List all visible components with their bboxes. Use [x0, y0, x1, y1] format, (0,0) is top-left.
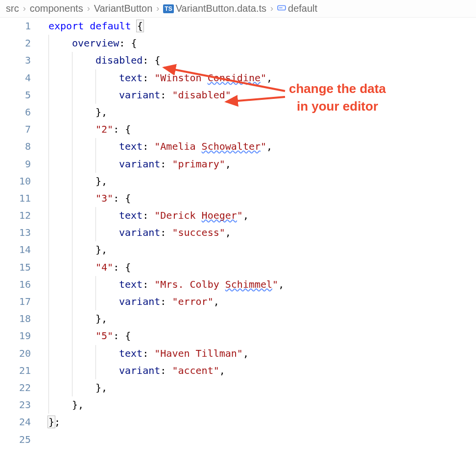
code-line[interactable]: }, — [42, 241, 476, 258]
code-token: Considine — [208, 72, 261, 84]
code-token: : { — [113, 261, 131, 273]
code-line[interactable]: }; — [42, 414, 476, 431]
indent-guide — [95, 156, 96, 173]
code-token: : { — [119, 37, 137, 49]
code-token: }, — [95, 106, 107, 118]
code-token: " — [237, 209, 243, 221]
code-token: : — [143, 209, 154, 221]
indent-guide — [48, 362, 49, 379]
code-editor[interactable]: 1234567891011121314151617181920212223242… — [0, 18, 476, 448]
line-number: 5 — [0, 87, 31, 104]
indent-guide — [48, 156, 49, 173]
indent-guide — [72, 293, 72, 310]
code-token: : — [143, 278, 154, 290]
indent-guide — [72, 173, 72, 190]
code-line[interactable]: variant: "success", — [42, 224, 476, 241]
indent-guide — [72, 259, 72, 276]
code-token: : { — [143, 54, 160, 66]
code-token: variant — [119, 158, 160, 170]
code-token: : { — [113, 330, 131, 342]
code-token: disabled — [95, 54, 143, 66]
code-line[interactable]: "3": { — [42, 190, 476, 207]
indent-guide — [72, 52, 72, 69]
line-number: 7 — [0, 121, 31, 138]
line-number: 19 — [0, 327, 31, 345]
code-token: : { — [113, 123, 131, 135]
code-token: , — [225, 158, 231, 170]
indent-guide — [95, 276, 96, 293]
code-line[interactable]: text: "Derick Hoeger", — [42, 207, 476, 224]
code-token: : — [160, 296, 172, 307]
code-line[interactable]: text: "Amelia Schowalter", — [42, 138, 476, 155]
indent-guide — [95, 207, 96, 224]
indent-guide — [48, 241, 49, 258]
line-number: 3 — [0, 52, 31, 69]
line-number: 17 — [0, 293, 31, 310]
code-line[interactable]: "2": { — [42, 121, 476, 138]
breadcrumb-item[interactable]: VariantButton — [94, 3, 153, 14]
code-token: "Winston — [154, 72, 207, 84]
code-token: : { — [113, 192, 131, 204]
indent-guide — [48, 396, 49, 414]
line-number: 11 — [0, 190, 31, 207]
line-number: 24 — [0, 414, 31, 431]
code-line[interactable]: }, — [42, 379, 476, 396]
line-number: 6 — [0, 104, 31, 121]
code-token: text — [119, 209, 143, 221]
indent-guide — [48, 379, 49, 396]
breadcrumb-item[interactable]: TS VariantButton.data.ts — [163, 3, 266, 14]
code-token: : — [160, 227, 172, 238]
code-content[interactable]: export default {overview: {disabled: {te… — [42, 18, 476, 448]
code-line[interactable] — [42, 431, 476, 448]
code-token: "3" — [95, 192, 113, 204]
indent-guide — [95, 224, 96, 241]
breadcrumb[interactable]: src › components › VariantButton › TS Va… — [0, 0, 476, 18]
code-line[interactable]: variant: "error", — [42, 293, 476, 310]
code-token: text — [119, 140, 143, 152]
indent-guide — [95, 362, 96, 379]
code-line[interactable]: overview: { — [42, 35, 476, 52]
breadcrumb-item[interactable]: default — [277, 3, 317, 14]
line-number-gutter: 1234567891011121314151617181920212223242… — [0, 18, 42, 448]
code-token: "success" — [172, 227, 225, 238]
code-line[interactable]: text: "Haven Tillman", — [42, 345, 476, 362]
indent-guide — [95, 293, 96, 310]
code-line[interactable]: }, — [42, 310, 476, 327]
code-line[interactable]: "5": { — [42, 327, 476, 345]
code-token: " — [272, 278, 278, 290]
code-token: }, — [72, 399, 84, 411]
code-line[interactable]: }, — [42, 104, 476, 121]
code-line[interactable]: variant: "accent", — [42, 362, 476, 379]
indent-guide — [95, 345, 96, 362]
code-line[interactable]: variant: "disabled", — [42, 87, 476, 104]
indent-guide — [48, 224, 49, 241]
code-token: , — [219, 365, 225, 376]
code-token: }, — [95, 382, 107, 393]
line-number: 14 — [0, 241, 31, 258]
code-line[interactable]: "4": { — [42, 259, 476, 276]
line-number: 12 — [0, 207, 31, 224]
indent-guide — [72, 224, 72, 241]
code-token: variant — [119, 365, 160, 376]
code-token: , — [214, 296, 219, 307]
code-token: "primary" — [172, 158, 225, 170]
code-line[interactable]: }, — [42, 173, 476, 190]
code-line[interactable]: variant: "primary", — [42, 156, 476, 173]
indent-guide — [72, 362, 72, 379]
indent-guide — [48, 173, 49, 190]
code-line[interactable]: disabled: { — [42, 52, 476, 69]
code-line[interactable]: text: "Mrs. Colby Schimmel", — [42, 276, 476, 293]
breadcrumb-item[interactable]: components — [30, 3, 83, 14]
code-token: , — [225, 227, 231, 238]
breadcrumb-item[interactable]: src — [6, 3, 19, 14]
code-token: , — [266, 72, 272, 84]
indent-guide — [48, 35, 49, 52]
indent-guide — [95, 69, 96, 87]
line-number: 22 — [0, 379, 31, 396]
code-line[interactable]: text: "Winston Considine", — [42, 69, 476, 87]
code-token: { — [136, 20, 144, 32]
code-token: , — [243, 209, 249, 221]
code-token: "disabled" — [172, 89, 231, 101]
code-line[interactable]: export default { — [42, 18, 476, 35]
code-line[interactable]: }, — [42, 396, 476, 414]
